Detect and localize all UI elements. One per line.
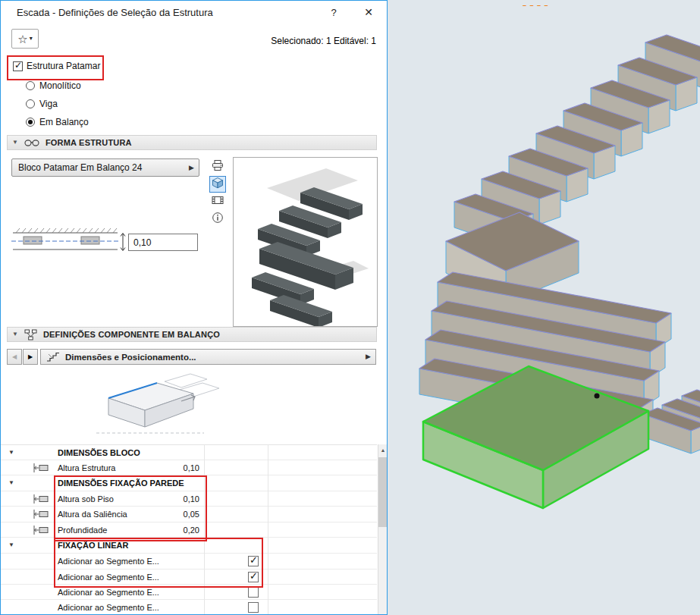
row-label: Altura sob Piso bbox=[58, 494, 114, 504]
table-row-adicionar-segmento-1[interactable]: Adicionar ao Segmento E... bbox=[1, 554, 377, 570]
nav-next-button[interactable]: ▶ bbox=[23, 349, 38, 365]
row-label: Adicionar ao Segmento E... bbox=[58, 588, 159, 597]
plotter-icon bbox=[212, 159, 224, 174]
radio-monolitico[interactable] bbox=[26, 81, 35, 90]
page-dropdown[interactable]: Dimensões e Posicionamento... ▶ bbox=[40, 349, 376, 365]
segment-checkbox[interactable] bbox=[248, 556, 259, 566]
row-label: Altura Estrutura bbox=[58, 463, 115, 472]
table-row-adicionar-segmento-2[interactable]: Adicionar ao Segmento E... bbox=[1, 570, 377, 585]
table-row-altura-sob-piso[interactable]: Altura sob Piso 0,10 bbox=[1, 491, 377, 507]
table-group-fixacao-linear[interactable]: ▼ FIXAÇÃO LINEAR bbox=[1, 538, 377, 554]
help-button[interactable]: ? bbox=[325, 5, 343, 20]
component-diagram bbox=[90, 371, 219, 444]
arrow-right-icon: ▶ bbox=[366, 353, 371, 360]
radio-monolitico-label: Monolítico bbox=[39, 80, 81, 91]
forma-estrutura-header[interactable]: ▼ FORMA ESTRUTURA bbox=[7, 135, 377, 150]
arrow-right-icon: ▶ bbox=[189, 165, 194, 171]
nav-prev-button[interactable]: ◀ bbox=[7, 349, 22, 365]
preview-stairs-image bbox=[234, 158, 377, 326]
selection-status: Selecionado: 1 Editável: 1 bbox=[271, 36, 376, 46]
collapse-triangle-icon[interactable]: ▼ bbox=[12, 140, 18, 146]
row-value[interactable]: 0,10 bbox=[139, 463, 199, 472]
page-dropdown-label: Dimensões e Posicionamento... bbox=[65, 353, 366, 362]
radio-em-balanco[interactable] bbox=[26, 118, 35, 127]
table-row-profundidade[interactable]: Profundidade 0,20 bbox=[1, 522, 377, 538]
segment-checkbox[interactable] bbox=[248, 602, 259, 613]
window-title: Escada - Definições de Seleção da Estrut… bbox=[17, 7, 213, 18]
window-titlebar[interactable]: Escada - Definições de Seleção da Estrut… bbox=[1, 1, 387, 24]
plotter-view-button[interactable] bbox=[209, 158, 226, 175]
close-button[interactable]: ✕ bbox=[359, 5, 378, 20]
table-gridline bbox=[204, 444, 205, 615]
altura-sob-piso-icon bbox=[31, 494, 51, 504]
info-icon bbox=[212, 212, 224, 227]
film-icon bbox=[212, 194, 224, 209]
row-value[interactable]: 0,05 bbox=[139, 510, 199, 519]
altura-estrutura-icon bbox=[31, 463, 51, 473]
componente-label: DEFINIÇÕES COMPONENTE EM BALANÇO bbox=[43, 330, 220, 339]
favorites-button[interactable]: ☆ ▾ bbox=[11, 29, 39, 49]
row-label: Adicionar ao Segmento E... bbox=[58, 603, 159, 612]
stair-3d-svg[interactable] bbox=[388, 0, 700, 615]
table-scrollbar[interactable]: ▲ bbox=[378, 444, 388, 615]
screen: Escada - Definições de Seleção da Estrut… bbox=[0, 0, 700, 615]
scroll-thumb[interactable] bbox=[378, 457, 388, 527]
estrutura-patamar-label: Estrutura Patamar bbox=[27, 61, 100, 71]
profundidade-icon bbox=[31, 525, 51, 535]
forma-estrutura-label: FORMA ESTRUTURA bbox=[46, 138, 132, 147]
estrutura-patamar-checkbox[interactable] bbox=[13, 61, 23, 71]
offset-schematic-icon bbox=[11, 227, 127, 260]
componente-header[interactable]: ▼ DEFINIÇÕES COMPONENTE EM BALANÇO bbox=[7, 327, 377, 342]
table-group-dimensoes-bloco[interactable]: ▼ DIMENSÕES BLOCO bbox=[1, 444, 377, 460]
animation-view-button[interactable] bbox=[209, 193, 226, 210]
table-gridline bbox=[268, 444, 268, 615]
block-type-label: Bloco Patamar Em Balanço 24 bbox=[18, 162, 189, 173]
caret-down-icon: ▾ bbox=[30, 36, 33, 42]
table-row-altura-da-saliencia[interactable]: Altura da Saliência 0,05 bbox=[1, 507, 377, 522]
glasses-icon bbox=[24, 139, 39, 147]
row-value[interactable]: 0,20 bbox=[139, 526, 199, 535]
stair-settings-icon bbox=[46, 352, 60, 362]
group-header-label: DIMENSÕES FIXAÇÃO PAREDE bbox=[58, 479, 184, 488]
info-button[interactable] bbox=[209, 211, 226, 227]
structure-preview bbox=[233, 157, 378, 327]
group-header-label: DIMENSÕES BLOCO bbox=[58, 448, 140, 457]
radio-viga[interactable] bbox=[26, 99, 35, 108]
segment-checkbox[interactable] bbox=[248, 572, 259, 582]
star-icon: ☆ bbox=[17, 33, 27, 45]
scroll-up-button[interactable]: ▲ bbox=[378, 444, 388, 456]
collapse-triangle-icon[interactable]: ▼ bbox=[8, 480, 14, 486]
viewport-3d[interactable]: – – – – bbox=[388, 0, 700, 615]
group-header-label: FIXAÇÃO LINEAR bbox=[58, 541, 129, 550]
radio-viga-label: Viga bbox=[39, 99, 58, 109]
table-row-adicionar-segmento-4[interactable]: Adicionar ao Segmento E... bbox=[1, 600, 377, 615]
model-view-button[interactable] bbox=[209, 176, 226, 193]
cube-icon bbox=[212, 177, 224, 192]
table-row-altura-estrutura[interactable]: Altura Estrutura 0,10 bbox=[1, 460, 377, 475]
segment-checkbox[interactable] bbox=[248, 587, 259, 598]
row-label: Adicionar ao Segmento E... bbox=[58, 573, 159, 582]
row-label: Adicionar ao Segmento E... bbox=[58, 557, 159, 566]
radio-em-balanco-label: Em Balanço bbox=[39, 117, 89, 127]
row-label: Altura da Saliência bbox=[58, 510, 127, 519]
block-type-dropdown[interactable]: Bloco Patamar Em Balanço 24 ▶ bbox=[11, 158, 199, 177]
collapse-triangle-icon[interactable]: ▼ bbox=[12, 331, 18, 337]
stair-settings-dialog: Escada - Definições de Seleção da Estrut… bbox=[0, 0, 388, 615]
offset-input[interactable] bbox=[128, 234, 198, 251]
collapse-triangle-icon[interactable]: ▼ bbox=[8, 542, 14, 548]
table-group-fixacao-parede[interactable]: ▼ DIMENSÕES FIXAÇÃO PAREDE bbox=[1, 475, 377, 491]
collapse-triangle-icon[interactable]: ▼ bbox=[8, 450, 14, 456]
altura-saliencia-icon bbox=[31, 509, 51, 519]
component-diagram-icon bbox=[24, 329, 37, 340]
row-value[interactable]: 0,10 bbox=[139, 494, 199, 504]
marquee-dashes: – – – – bbox=[523, 2, 549, 9]
row-label: Profundidade bbox=[58, 526, 107, 535]
table-row-adicionar-segmento-3[interactable]: Adicionar ao Segmento E... bbox=[1, 585, 377, 600]
